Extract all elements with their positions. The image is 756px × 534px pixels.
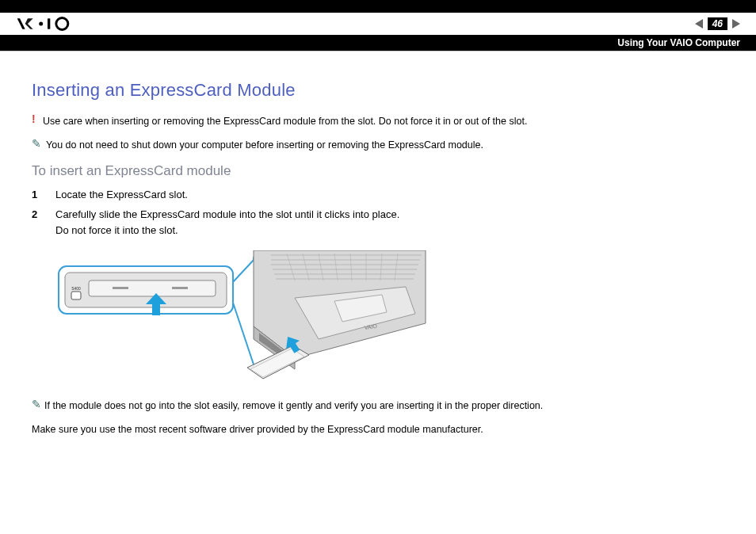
page-content: Inserting an ExpressCard Module ! Use ca… [0, 51, 756, 462]
vaio-logo [16, 13, 95, 35]
page-number: 46 [708, 17, 727, 30]
section-bar: Using Your VAIO Computer [0, 35, 756, 51]
warning-icon: ! [32, 113, 40, 124]
svg-rect-9 [113, 287, 128, 289]
svg-rect-8 [89, 280, 216, 296]
closing-notes: ✎ If the module does not go into the slo… [32, 399, 724, 437]
tip-note-1: ✎ You do not need to shut down your comp… [32, 139, 724, 151]
page-nav: 46 [695, 17, 740, 30]
pencil-icon: ✎ [32, 399, 43, 410]
procedure-subtitle: To insert an ExpressCard module [32, 163, 724, 179]
nav-prev-icon[interactable] [695, 19, 703, 29]
svg-point-0 [39, 22, 43, 26]
step-list: 1 Locate the ExpressCard slot. 2 Careful… [32, 187, 724, 238]
closing-text: Make sure you use the most recent softwa… [32, 423, 724, 437]
pencil-icon: ✎ [32, 138, 43, 149]
svg-rect-10 [172, 287, 188, 289]
page-title: Inserting an ExpressCard Module [32, 80, 724, 101]
top-black-strip [0, 0, 756, 13]
tip2-text: If the module does not go into the slot … [44, 399, 543, 414]
step-item: 2 Carefully slide the ExpressCard module… [32, 207, 724, 238]
step-item: 1 Locate the ExpressCard slot. [32, 187, 724, 203]
svg-text:S400: S400 [71, 286, 81, 291]
step-number: 2 [32, 207, 43, 238]
svg-point-1 [56, 18, 68, 30]
step-number: 1 [32, 187, 43, 203]
tip-note-2: ✎ If the module does not go into the slo… [32, 399, 724, 423]
section-title: Using Your VAIO Computer [617, 37, 740, 48]
step-text: Carefully slide the ExpressCard module i… [55, 207, 399, 238]
illustration: S400 [57, 250, 430, 385]
warning-note: ! Use care when inserting or removing th… [32, 115, 724, 128]
warning-text: Use care when inserting or removing the … [43, 115, 527, 128]
step-text: Locate the ExpressCard slot. [55, 187, 188, 203]
header-bar: 46 [0, 13, 756, 35]
nav-next-icon[interactable] [732, 19, 740, 29]
svg-rect-6 [71, 292, 81, 299]
tip1-text: You do not need to shut down your comput… [46, 139, 483, 151]
